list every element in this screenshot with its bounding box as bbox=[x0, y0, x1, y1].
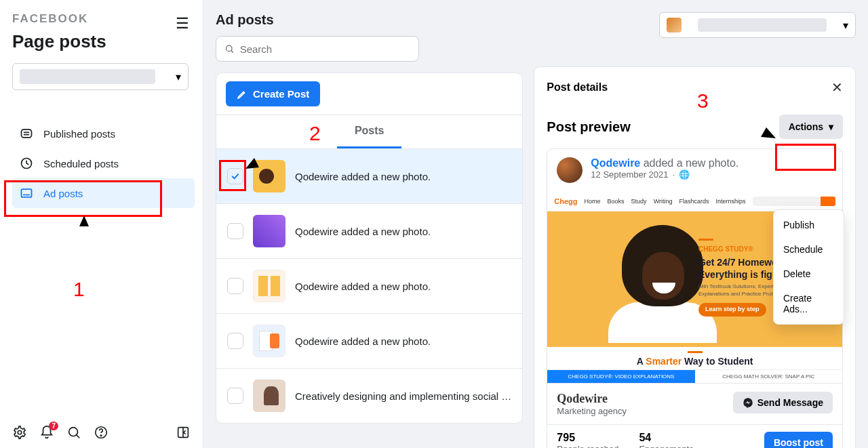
post-details-title: Post details bbox=[547, 81, 608, 94]
svg-rect-0 bbox=[22, 129, 32, 138]
actions-menu-delete[interactable]: Delete bbox=[774, 262, 844, 286]
actions-menu-schedule[interactable]: Schedule bbox=[774, 237, 844, 262]
svg-line-10 bbox=[77, 435, 80, 439]
send-message-button[interactable]: Send Message bbox=[733, 392, 833, 413]
actions-label: Actions bbox=[789, 121, 823, 132]
post-checkbox[interactable] bbox=[227, 278, 243, 294]
post-row[interactable]: Qodewire added a new photo. bbox=[216, 204, 522, 259]
post-thumbnail bbox=[253, 215, 285, 247]
post-thumbnail bbox=[253, 270, 285, 302]
boost-post-button[interactable]: Boost post bbox=[764, 432, 833, 448]
svg-point-8 bbox=[18, 430, 22, 434]
ad-account-dropdown[interactable]: ▾ bbox=[659, 12, 856, 38]
post-details-panel: Post details ✕ Post preview Actions ▾ Qo… bbox=[534, 66, 856, 448]
post-text: Qodewire added a new photo. bbox=[295, 171, 511, 182]
help-icon[interactable] bbox=[94, 425, 108, 440]
engagements-value: 54 bbox=[639, 432, 693, 444]
author-avatar[interactable] bbox=[557, 157, 583, 183]
svg-line-16 bbox=[231, 50, 233, 52]
sidebar-item-ad-posts[interactable]: Ad posts bbox=[12, 178, 195, 208]
author-action: added a new photo. bbox=[640, 157, 738, 169]
post-checkbox[interactable] bbox=[227, 223, 243, 239]
collapse-icon[interactable] bbox=[176, 425, 191, 440]
account-avatar bbox=[667, 18, 682, 33]
sidebar: FACEBOOK ☰ Page posts ▾ Published posts … bbox=[0, 0, 203, 448]
hero-brand: Chegg bbox=[554, 197, 577, 205]
preview-brand-category: Marketing agency bbox=[557, 406, 627, 416]
preview-brand-name: Qodewire bbox=[557, 392, 627, 406]
sidebar-item-published[interactable]: Published posts bbox=[12, 119, 195, 148]
svg-rect-6 bbox=[22, 189, 32, 197]
messenger-icon bbox=[743, 397, 753, 408]
post-row[interactable]: Qodewire added a new photo. bbox=[216, 149, 522, 204]
bell-icon[interactable]: 7 bbox=[39, 425, 54, 440]
page-placeholder bbox=[20, 69, 155, 84]
post-text: Qodewire added a new photo. bbox=[295, 281, 511, 292]
author-link[interactable]: Qodewire bbox=[591, 157, 640, 169]
post-checkbox[interactable] bbox=[227, 388, 243, 404]
ad-icon bbox=[19, 186, 34, 201]
actions-menu: Publish Schedule Delete Create Ads... bbox=[773, 209, 844, 325]
hero-searchbar bbox=[753, 197, 835, 206]
close-icon[interactable]: ✕ bbox=[831, 79, 843, 96]
create-post-label: Create Post bbox=[253, 88, 309, 100]
svg-point-15 bbox=[226, 45, 232, 52]
post-thumbnail bbox=[253, 380, 285, 412]
svg-rect-7 bbox=[23, 195, 30, 196]
facebook-logo: FACEBOOK bbox=[12, 12, 195, 26]
post-thumbnail bbox=[253, 160, 285, 192]
post-checkbox[interactable] bbox=[227, 168, 243, 184]
edit-icon bbox=[237, 89, 248, 100]
post-thumbnail bbox=[253, 325, 285, 357]
clock-icon bbox=[19, 156, 34, 171]
sidebar-footer: 7 bbox=[12, 425, 191, 440]
sidebar-item-label: Ad posts bbox=[43, 188, 83, 199]
search-input[interactable] bbox=[240, 43, 410, 55]
actions-menu-create-ads[interactable]: Create Ads... bbox=[774, 286, 844, 321]
main-heading: Ad posts bbox=[216, 12, 523, 28]
svg-point-12 bbox=[100, 435, 101, 436]
chevron-down-icon: ▾ bbox=[176, 70, 181, 83]
hamburger-icon[interactable]: ☰ bbox=[176, 15, 189, 33]
page-selector-dropdown[interactable]: ▾ bbox=[12, 63, 189, 90]
notification-badge: 7 bbox=[49, 422, 58, 430]
send-message-label: Send Message bbox=[757, 397, 823, 408]
sidebar-item-label: Published posts bbox=[43, 128, 115, 140]
chevron-down-icon: ▾ bbox=[843, 19, 848, 32]
post-row[interactable]: Qodewire added a new photo. bbox=[216, 314, 522, 369]
globe-icon: 🌐 bbox=[679, 169, 690, 180]
sidebar-item-scheduled[interactable]: Scheduled posts bbox=[12, 148, 195, 178]
account-placeholder bbox=[698, 18, 827, 32]
list-icon bbox=[19, 126, 34, 141]
page-title: Page posts bbox=[12, 31, 195, 52]
search-input-wrapper[interactable] bbox=[216, 36, 419, 62]
search-icon bbox=[224, 43, 235, 54]
reach-value: 795 bbox=[557, 432, 618, 444]
svg-point-9 bbox=[69, 428, 78, 436]
post-row[interactable]: Qodewire added a new photo. bbox=[216, 259, 522, 314]
tab-posts[interactable]: Posts bbox=[337, 115, 402, 148]
sidebar-item-label: Scheduled posts bbox=[43, 158, 119, 169]
engagements-label: Engagements bbox=[639, 444, 693, 448]
post-row[interactable]: Creatively designing and implementing so… bbox=[216, 369, 522, 423]
gear-icon[interactable] bbox=[12, 425, 27, 440]
post-text: Creatively designing and implementing so… bbox=[295, 390, 511, 402]
post-date: 12 September 2021 bbox=[591, 169, 668, 180]
post-preview-title: Post preview bbox=[547, 119, 630, 135]
post-checkbox[interactable] bbox=[227, 333, 243, 349]
chevron-down-icon: ▾ bbox=[829, 121, 833, 132]
post-text: Qodewire added a new photo. bbox=[295, 226, 511, 237]
main-content: ▾ Ad posts Create Post Posts bbox=[203, 0, 868, 448]
reach-label: People reached bbox=[557, 444, 618, 448]
actions-menu-publish[interactable]: Publish bbox=[774, 213, 844, 237]
create-post-button[interactable]: Create Post bbox=[226, 81, 320, 106]
post-text: Qodewire added a new photo. bbox=[295, 335, 511, 347]
actions-button[interactable]: Actions ▾ bbox=[779, 115, 843, 139]
search-footer-icon[interactable] bbox=[66, 425, 81, 440]
svg-line-5 bbox=[26, 163, 28, 165]
